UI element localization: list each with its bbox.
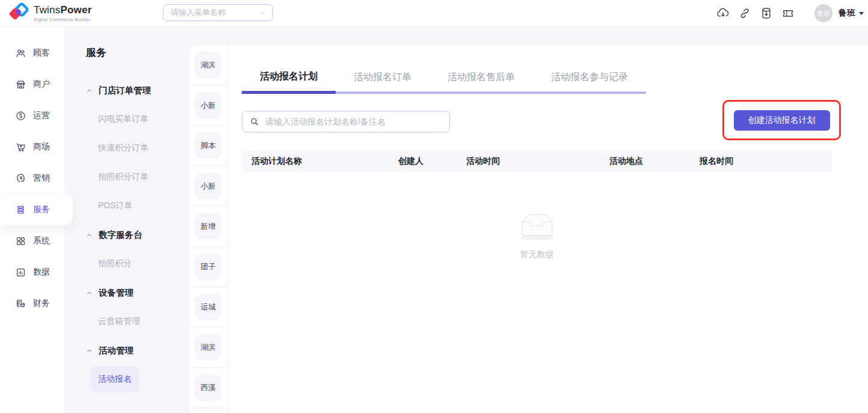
- main-area: 活动报名计划活动报名订单活动报名售后单活动报名参与记录 活动计划名称创建人活动时…: [227, 45, 868, 413]
- menu-search-select[interactable]: 请输入菜单名称: [163, 4, 273, 21]
- submenu-item-label: 快速积分订单: [98, 143, 149, 154]
- menu-search-placeholder: 请输入菜单名称: [171, 7, 258, 18]
- submenu-item-拍照积分订单[interactable]: 拍照积分订单: [64, 163, 189, 191]
- quick-nav-tag-小新[interactable]: 小新: [195, 173, 221, 199]
- sidebar-item-服务[interactable]: 服务: [0, 194, 73, 225]
- quick-nav-tag-湖滨[interactable]: 湖滨: [195, 52, 221, 78]
- sidebar-item-营销[interactable]: 营销: [0, 163, 64, 194]
- quick-nav-tag-团子[interactable]: 团子: [195, 253, 221, 280]
- quick-nav-column: 湖滨小新脚本小新新增团子运城湖滨西溪: [189, 45, 227, 413]
- quick-nav-tag-西溪[interactable]: 西溪: [195, 374, 221, 401]
- sidebar-item-财务[interactable]: 财务: [0, 288, 64, 319]
- chevron-up-icon: [86, 347, 93, 354]
- submenu-item-活动报名[interactable]: 活动报名: [64, 365, 189, 394]
- database-sync-icon[interactable]: [760, 7, 773, 20]
- operations-icon: [15, 110, 26, 122]
- column-header-活动时间: 活动时间: [466, 156, 609, 167]
- sidebar-item-label: 运营: [33, 110, 50, 121]
- search-icon: [250, 117, 259, 126]
- column-header-创建人: 创建人: [398, 156, 466, 167]
- avatar[interactable]: 鲁班: [814, 4, 833, 22]
- sidebar-item-顾客[interactable]: 顾客: [0, 37, 64, 69]
- sidebar-item-运营[interactable]: 运营: [0, 100, 64, 131]
- quick-nav-tag-湖滨[interactable]: 湖滨: [195, 334, 221, 361]
- quick-nav-tag-运城[interactable]: 运城: [195, 294, 221, 320]
- chevron-down-icon: [258, 8, 266, 17]
- sidebar-item-商场[interactable]: 商场: [0, 131, 64, 163]
- chevron-up-icon: [86, 87, 93, 94]
- tab-bar: 活动报名计划活动报名订单活动报名售后单活动报名参与记录: [242, 45, 832, 94]
- sidebar-item-label: 财务: [33, 298, 50, 309]
- search-input[interactable]: [242, 111, 450, 132]
- quick-nav-tag-小新[interactable]: 小新: [195, 92, 221, 119]
- submenu-item-label: 拍照积分订单: [98, 172, 149, 182]
- submenu-item-闪电买单订单[interactable]: 闪电买单订单: [64, 105, 189, 134]
- quick-nav-cell: 小新: [189, 85, 227, 126]
- sidebar-item-label: 商场: [33, 141, 50, 152]
- tab-活动报名订单[interactable]: 活动报名订单: [336, 63, 429, 94]
- sidebar-item-系统[interactable]: 系统: [0, 225, 64, 256]
- quick-nav-cell: 小新: [189, 166, 227, 206]
- quick-nav-cell: 西溪: [189, 368, 227, 408]
- table-header: 活动计划名称创建人活动时间活动地点报名时间: [242, 151, 832, 172]
- column-header-活动计划名称: 活动计划名称: [251, 156, 398, 167]
- caret-down-icon[interactable]: [859, 12, 864, 15]
- submenu-list: 门店订单管理闪电买单订单快速积分订单拍照积分订单POS订单数字服务台拍照积分设备…: [64, 76, 189, 394]
- submenu-group-设备管理[interactable]: 设备管理: [64, 278, 189, 307]
- submenu-group-label: 门店订单管理: [99, 85, 151, 96]
- cloud-download-icon[interactable]: [716, 7, 730, 20]
- annotation-highlight-box: 创建活动报名计划: [722, 100, 841, 140]
- coupon-icon[interactable]: [781, 7, 795, 20]
- brand-name-thin: Twins: [34, 4, 60, 16]
- submenu-group-数字服务台[interactable]: 数字服务台: [64, 220, 189, 249]
- chevron-up-icon: [86, 290, 93, 296]
- submenu-item-云音箱管理[interactable]: 云音箱管理: [64, 307, 189, 336]
- user-name[interactable]: 鲁班: [839, 8, 855, 19]
- brand-name-bold: Power: [60, 4, 91, 16]
- quick-nav-tag-脚本[interactable]: 脚本: [195, 132, 221, 159]
- marketing-icon: [15, 173, 26, 184]
- tab-活动报名计划[interactable]: 活动报名计划: [242, 63, 336, 94]
- quick-nav-cell: 脚本: [189, 126, 227, 166]
- sidebar-item-label: 系统: [33, 235, 50, 246]
- sidebar-item-label: 顾客: [33, 48, 50, 58]
- sidebar-item-label: 商户: [33, 79, 50, 90]
- submenu-item-label: 拍照积分: [98, 258, 132, 269]
- submenu-item-拍照积分[interactable]: 拍照积分: [64, 249, 189, 278]
- data-icon: [15, 267, 26, 278]
- quick-nav-cell: 运城: [189, 287, 227, 328]
- empty-state: 暂无数据: [242, 211, 832, 260]
- tab-活动报名参与记录[interactable]: 活动报名参与记录: [533, 63, 646, 94]
- create-activity-plan-button[interactable]: 创建活动报名计划: [734, 110, 830, 131]
- link-icon[interactable]: [738, 7, 751, 20]
- search-box: [242, 111, 450, 132]
- mall-icon: [15, 141, 26, 153]
- customers-icon: [15, 48, 26, 59]
- submenu-group-门店订单管理[interactable]: 门店订单管理: [64, 76, 189, 105]
- brand-tagline: Digital Commerce Builder: [34, 17, 92, 22]
- merchant-icon: [15, 79, 26, 90]
- sidebar-item-商户[interactable]: 商户: [0, 69, 64, 100]
- content-card: 湖滨小新脚本小新新增团子运城湖滨西溪 活动报名计划活动报名订单活动报名售后单活动…: [189, 45, 868, 413]
- submenu-item-快速积分订单[interactable]: 快速积分订单: [64, 134, 189, 163]
- empty-text: 暂无数据: [520, 249, 554, 260]
- submenu-title: 服务: [86, 46, 189, 63]
- quick-nav-tag-新增[interactable]: 新增: [195, 213, 221, 240]
- submenu-item-label: 闪电买单订单: [98, 114, 149, 125]
- empty-box-icon: [516, 211, 558, 243]
- system-icon: [15, 235, 26, 247]
- submenu-group-label: 设备管理: [99, 287, 134, 299]
- submenu-group-活动管理[interactable]: 活动管理: [64, 336, 189, 365]
- column-header-活动地点: 活动地点: [609, 156, 700, 167]
- page-body: 顾客商户运营商场营销服务系统数据财务 服务 门店订单管理闪电买单订单快速积分订单…: [0, 26, 868, 413]
- sidebar-item-label: 数据: [33, 267, 50, 278]
- submenu-item-label: 活动报名: [91, 366, 139, 393]
- sidebar-item-label: 营销: [33, 173, 50, 184]
- quick-nav-cell: 团子: [189, 247, 227, 287]
- column-header-报名时间: 报名时间: [700, 156, 832, 167]
- brand: TwinsPower Digital Commerce Builder: [8, 2, 92, 24]
- quick-nav-cell: 新增: [189, 206, 227, 247]
- tab-活动报名售后单[interactable]: 活动报名售后单: [429, 63, 533, 94]
- sidebar-item-数据[interactable]: 数据: [0, 256, 64, 288]
- submenu-item-POS订单[interactable]: POS订单: [64, 191, 189, 220]
